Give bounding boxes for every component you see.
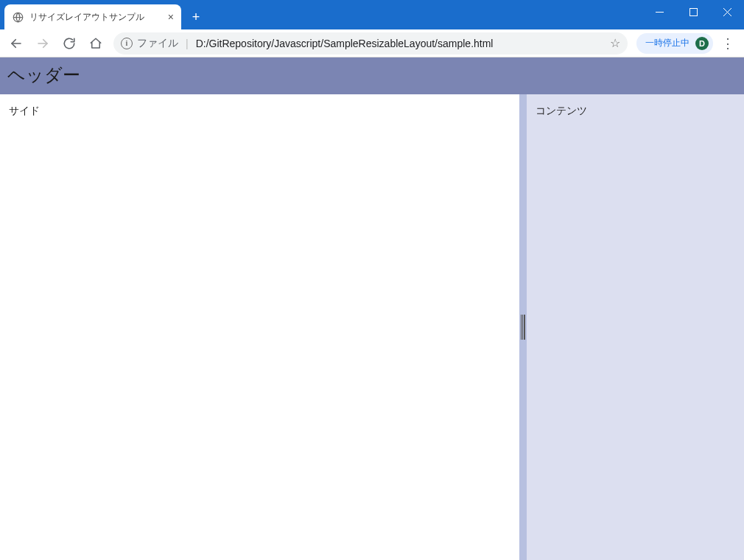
profile-avatar[interactable]: D — [695, 37, 709, 50]
resize-splitter[interactable] — [519, 94, 527, 560]
globe-icon — [12, 11, 24, 23]
window-titlebar: リサイズレイアウトサンプル × + — [0, 0, 744, 29]
browser-toolbar: i ファイル | D:/GitRepository/Javascript/Sam… — [0, 29, 744, 57]
back-button[interactable] — [4, 32, 28, 55]
splitter-grip-icon — [521, 315, 525, 340]
tab-strip: リサイズレイアウトサンプル × + — [0, 0, 642, 29]
window-controls — [642, 0, 744, 24]
reload-button[interactable] — [57, 32, 81, 55]
minimize-button[interactable] — [642, 0, 676, 24]
new-tab-button[interactable]: + — [186, 7, 206, 27]
svg-rect-2 — [689, 8, 697, 15]
maximize-button[interactable] — [676, 0, 710, 24]
close-window-button[interactable] — [710, 0, 744, 24]
page-header-text: ヘッダー — [7, 65, 80, 85]
page-viewport: ヘッダー サイド コンテンツ — [0, 57, 744, 560]
divider: | — [186, 38, 189, 49]
browser-tab[interactable]: リサイズレイアウトサンプル × — [4, 4, 181, 29]
content-panel-text: コンテンツ — [536, 105, 587, 116]
side-panel-text: サイド — [9, 105, 40, 116]
page-header: ヘッダー — [0, 57, 744, 94]
address-bar[interactable]: i ファイル | D:/GitRepository/Javascript/Sam… — [113, 32, 628, 55]
url-scheme-label: ファイル — [137, 37, 178, 50]
side-panel: サイド — [0, 94, 519, 560]
home-button[interactable] — [84, 32, 108, 55]
sync-paused-label: 一時停止中 — [645, 37, 689, 49]
close-tab-icon[interactable]: × — [168, 12, 174, 22]
url-text: D:/GitRepository/Javascript/SampleResiza… — [196, 38, 603, 49]
page-body: サイド コンテンツ — [0, 94, 744, 560]
site-info-icon[interactable]: i — [121, 38, 133, 49]
forward-button[interactable] — [31, 32, 55, 55]
content-panel: コンテンツ — [527, 94, 744, 560]
tab-title: リサイズレイアウトサンプル — [29, 11, 162, 24]
sync-paused-pill[interactable]: 一時停止中 D — [636, 33, 713, 54]
bookmark-star-icon[interactable]: ☆ — [610, 36, 620, 50]
browser-menu-button[interactable]: ⋮ — [716, 32, 740, 55]
